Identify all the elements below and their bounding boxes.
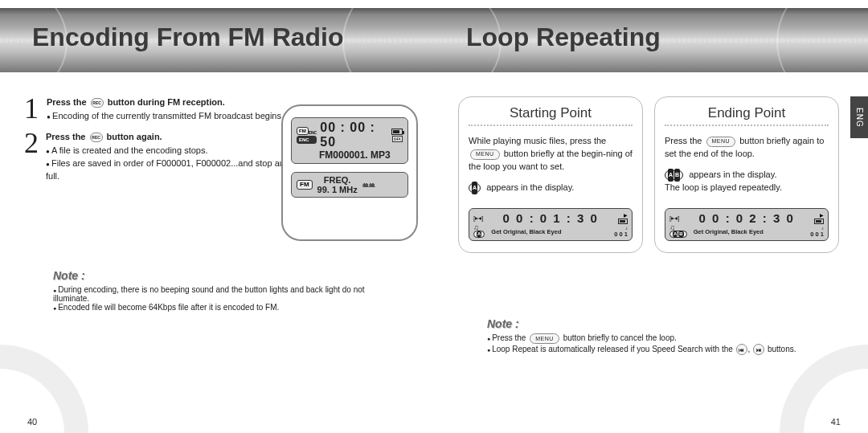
page-right: 0010100101101001010101010101001010101000… (434, 0, 868, 433)
note-heading: Note : (53, 269, 402, 282)
freq-value: 99. 1 MHz (317, 185, 358, 194)
lcd-status-icons: [▸◂] (473, 214, 483, 222)
step-bullet: Encoding of the currently transmitted FM… (47, 110, 284, 123)
column-heading: Ending Point (665, 105, 829, 121)
encoding-time: 00 : 00 : 50 (320, 121, 388, 149)
menu-button-icon: MENU (706, 137, 736, 147)
language-tab: ENG (850, 96, 868, 138)
instruction-text: Press the MENU button briefly again to s… (665, 134, 829, 160)
rec-button-icon: REC (91, 98, 104, 108)
enc-tag: ENC (297, 136, 317, 144)
notes-section: Note : During encoding, there is no beep… (53, 269, 402, 312)
menu-button-icon: MENU (470, 149, 500, 160)
instruction-text: AB appears in the display. (665, 168, 829, 181)
note-heading: Note : (487, 317, 836, 330)
page-title: Loop Repeating (466, 22, 661, 52)
playback-time: 0 0 : 0 2 : 3 0 (682, 211, 811, 225)
lcd-playback: [▸◂] 0 0 : 0 2 : 3 0 ▶ ♫ (665, 208, 829, 241)
page-number: 41 (831, 417, 841, 427)
page-number: 40 (27, 417, 37, 427)
lcd-tuner: FM FREQ. 99. 1 MHz ıllıllı.ıllıllı. (291, 172, 408, 198)
note-item: Press the MENU button briefly to cancel … (487, 333, 836, 344)
lcd-status-icons: [▸◂] (669, 214, 679, 222)
track-title: Get Original, Black Eyed (694, 228, 808, 235)
lcd-encoding: FM ENC ENC 00 : 00 : 50 64K FM000001. MP… (291, 117, 408, 164)
bitrate-tag: 64K (392, 136, 403, 142)
lcd-playback: [▸◂] 0 0 : 0 1 : 3 0 ▶ ♫ A (469, 208, 633, 241)
battery-icon (814, 219, 824, 224)
step-number: 2 (24, 131, 46, 182)
battery-icon (391, 129, 403, 135)
note-item: Encoded file will become 64Kbps file aft… (53, 303, 402, 312)
freq-label: FREQ. (324, 175, 351, 185)
next-track-icon: ⏭ (753, 344, 764, 355)
step-heading: Press the REC button during FM reception… (47, 96, 284, 108)
note-item: During encoding, there is no beeping sou… (53, 285, 402, 303)
loop-a-indicator: A (469, 183, 481, 193)
loop-a-indicator: A (473, 231, 485, 238)
fm-waveform: ıllıllı.ıllıllı. (362, 182, 403, 189)
loop-ab-indicator: AB (665, 170, 683, 180)
device-screen-panel: FM ENC ENC 00 : 00 : 50 64K FM000001. MP… (281, 104, 418, 241)
loop-ab-indicator: AB (669, 231, 687, 238)
page-title: Encoding From FM Radio (32, 22, 344, 52)
note-item: Loop Repeat is automatically released if… (487, 344, 836, 355)
rec-button-icon: REC (90, 133, 103, 142)
column-heading: Starting Point (469, 105, 633, 121)
header-banner: 0010100101101001010101010101001010101000… (0, 8, 450, 72)
prev-track-icon: ⏮ (736, 344, 747, 355)
fm-tag: FM (297, 180, 313, 190)
instruction-text: A appears in the display. (469, 181, 633, 194)
notes-section: Note : Press the MENU button briefly to … (487, 317, 836, 355)
fm-tag: FM (297, 127, 309, 135)
track-number: 0 0 1 (810, 231, 824, 237)
step-number: 1 (24, 96, 47, 123)
encoding-filename: FM000001. MP3 (297, 149, 403, 161)
page-left: 0010100101101001010101010101001010101000… (0, 0, 434, 433)
ending-point-box: Ending Point Press the MENU button brief… (654, 96, 839, 253)
instruction-text: The loop is played repeatedly. (665, 181, 829, 194)
battery-icon (618, 219, 628, 224)
track-number: 0 0 1 (614, 231, 628, 237)
playback-time: 0 0 : 0 1 : 3 0 (486, 211, 615, 225)
instruction-text: While playing music files, press the MEN… (469, 134, 633, 173)
music-note-icon: ♫ (473, 225, 488, 231)
starting-point-box: Starting Point While playing music files… (458, 96, 643, 253)
track-title: Get Original, Black Eyed (491, 228, 611, 235)
menu-button-icon: MENU (530, 333, 559, 344)
header-banner: 0010100101101001010101010101001010101000… (418, 8, 868, 72)
music-note-icon: ♫ (669, 225, 690, 231)
